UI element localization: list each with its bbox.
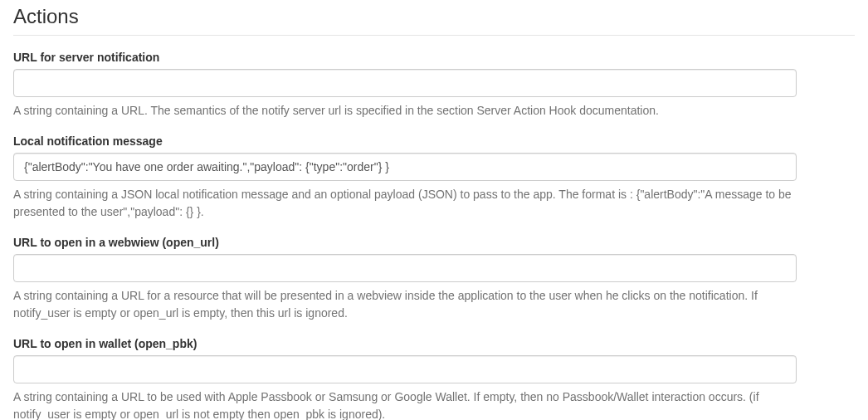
form-group-open-pbk: URL to open in wallet (open_pbk) A strin…: [13, 337, 855, 420]
form-group-notify-user: Local notification message A string cont…: [13, 134, 855, 221]
input-open-pbk[interactable]: [13, 355, 797, 383]
help-open-url: A string containing a URL for a resource…: [13, 287, 797, 322]
help-open-pbk: A string containing a URL to be used wit…: [13, 388, 797, 420]
input-open-url[interactable]: [13, 254, 797, 282]
help-notify-server: A string containing a URL. The semantics…: [13, 102, 797, 120]
label-notify-user: Local notification message: [13, 134, 855, 148]
label-open-url: URL to open in a webwiew (open_url): [13, 236, 855, 249]
section-title: Actions: [13, 5, 855, 36]
form-group-notify-server: URL for server notification A string con…: [13, 51, 855, 120]
help-notify-user: A string containing a JSON local notific…: [13, 186, 797, 221]
label-open-pbk: URL to open in wallet (open_pbk): [13, 337, 855, 350]
input-notify-user[interactable]: [13, 153, 797, 181]
label-notify-server: URL for server notification: [13, 51, 855, 64]
input-notify-server[interactable]: [13, 69, 797, 97]
form-group-open-url: URL to open in a webwiew (open_url) A st…: [13, 236, 855, 322]
